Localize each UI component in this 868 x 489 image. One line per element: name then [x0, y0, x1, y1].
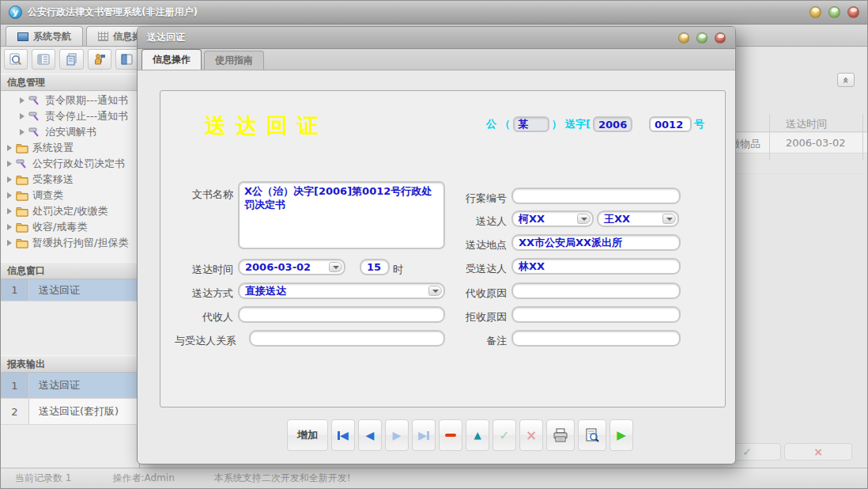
doc-number-serial-input[interactable]: 0012 [649, 116, 692, 132]
list-view-button[interactable] [32, 49, 55, 70]
report-empty-area [1, 425, 139, 468]
delivery-hour-input[interactable]: 15 [360, 259, 390, 275]
place-input[interactable]: XX市公安局XX派出所 [511, 234, 681, 251]
maximize-icon[interactable] [828, 6, 840, 18]
tree-item-label: 收容/戒毒类 [32, 220, 87, 234]
post-record-button[interactable]: ✓ [492, 419, 516, 451]
expand-arrow-icon[interactable] [7, 192, 12, 199]
chevron-down-icon[interactable] [662, 214, 676, 224]
dialog-minimize-icon[interactable] [678, 32, 689, 44]
dialog-toolbar: 增加 ◀ ◀ ▶ ▶ ▲ ✓ × [138, 407, 735, 464]
report-item-1[interactable]: 1 送达回证 [1, 373, 139, 399]
run-button[interactable]: ▶ [609, 419, 633, 451]
tree-item-security-mediation[interactable]: 治安调解书 [1, 124, 139, 140]
dialog-tab-user-guide[interactable]: 使用指南 [204, 51, 264, 70]
expand-arrow-icon[interactable] [7, 224, 12, 230]
refuse-reason-input[interactable] [511, 306, 681, 323]
delivery-time-select[interactable]: 2006-03-02 [238, 259, 345, 275]
delete-record-button[interactable] [439, 419, 462, 451]
user-button[interactable] [88, 49, 111, 70]
list-item-label: 送达回证 [29, 378, 80, 392]
dialog-tab-info-operation[interactable]: 信息操作 [142, 49, 202, 70]
expand-arrow-icon[interactable] [7, 208, 12, 214]
add-button[interactable]: 增加 [287, 419, 328, 451]
tree-item-admin-penalty-decision[interactable]: 公安行政处罚决定书 [1, 156, 139, 172]
search-icon [9, 53, 23, 66]
status-record-count: 当前记录数 1 [1, 472, 71, 485]
case-no-input[interactable] [511, 188, 681, 204]
expand-arrow-icon[interactable] [7, 240, 12, 246]
tree-item-order-deadline-notice[interactable]: 责令限期---通知书 [1, 93, 139, 108]
expand-arrow-icon[interactable] [7, 145, 12, 151]
expand-arrow-icon[interactable] [20, 113, 25, 119]
close-icon[interactable] [847, 6, 859, 18]
edit-record-button[interactable]: ▲ [466, 419, 489, 451]
grid-divider [862, 114, 863, 160]
doc-name-textarea[interactable]: X公（治）决字[2006]第0012号行政处罚决定书 [238, 181, 445, 249]
expand-arrow-icon[interactable] [20, 97, 25, 104]
list-item-number: 1 [1, 279, 29, 301]
chevron-down-icon[interactable] [577, 214, 591, 224]
agent-input[interactable] [238, 306, 445, 323]
tree-item-suspend-detention[interactable]: 暂缓执行拘留/担保类 [1, 235, 139, 251]
add-button-label: 增加 [297, 428, 318, 442]
background-cancel-button[interactable]: × [784, 443, 852, 461]
sidebar: 信息管理 责令限期---通知书 责令停止---通知书 治安调解书 系统设 [1, 47, 140, 468]
recipient-input[interactable]: 林XX [511, 258, 681, 275]
triangle-up-icon: ▲ [474, 430, 481, 441]
tree-item-custody-detox[interactable]: 收容/戒毒类 [1, 219, 139, 235]
tree-item-label: 处罚决定/收缴类 [32, 204, 108, 218]
first-record-button[interactable]: ◀ [331, 419, 355, 451]
doc-number-year-input[interactable]: 2006 [593, 116, 632, 132]
print-preview-button[interactable] [578, 419, 606, 451]
delivery-method-select[interactable]: 直接送达 [238, 282, 445, 299]
document-button[interactable] [59, 49, 83, 70]
collapse-panel-button[interactable]: « [837, 73, 855, 87]
tree-item-label: 暂缓执行拘留/担保类 [32, 236, 128, 250]
tree-item-system-settings[interactable]: 系统设置 [1, 140, 139, 156]
tab-system-nav-label: 系统导航 [33, 30, 71, 44]
dialog-tab-label: 信息操作 [153, 53, 191, 66]
delivery-time-value: 2006-03-02 [245, 261, 311, 273]
remark-input[interactable] [511, 330, 681, 347]
agent-reason-input[interactable] [511, 282, 681, 299]
info-window-item-1[interactable]: 1 送达回证 [1, 279, 139, 301]
chevron-down-icon[interactable] [329, 262, 342, 272]
server2-select[interactable]: 王XX [597, 210, 679, 227]
cancel-record-button[interactable]: × [519, 419, 543, 451]
printer-icon [553, 428, 568, 442]
dialog-close-icon[interactable] [715, 32, 726, 44]
chevron-down-icon[interactable] [428, 286, 442, 296]
tab-system-nav[interactable]: 系统导航 [6, 26, 83, 46]
expand-arrow-icon[interactable] [20, 129, 25, 135]
expand-arrow-icon[interactable] [7, 176, 12, 183]
dialog-maximize-icon[interactable] [696, 32, 708, 44]
doc-number-suffix: 号 [694, 117, 704, 131]
delivery-receipt-dialog: 送达回证 信息操作 使用指南 送达回证 公 （ 某 ） 送字[ 2006 00 [137, 26, 736, 464]
tree-item-investigation[interactable]: 调查类 [1, 188, 139, 203]
check-icon: ✓ [499, 428, 509, 443]
grid-data-row[interactable]: 缴物品 2006-03-02 1 [728, 133, 867, 154]
system-nav-icon [17, 32, 28, 41]
panel-button[interactable] [115, 49, 139, 70]
server1-select[interactable]: 柯XX [511, 210, 594, 227]
next-record-icon: ▶ [393, 429, 402, 442]
report-item-2[interactable]: 2 送达回证(套打版) [1, 399, 139, 425]
tree-item-penalty-collection[interactable]: 处罚决定/收缴类 [1, 203, 139, 219]
doc-number-org-input[interactable]: 某 [513, 116, 549, 132]
list-item-number: 1 [1, 373, 29, 398]
next-record-button[interactable]: ▶ [385, 419, 409, 451]
prev-record-button[interactable]: ◀ [358, 419, 382, 451]
relation-input[interactable] [249, 330, 445, 347]
tree-item-order-stop-notice[interactable]: 责令停止---通知书 [1, 108, 139, 124]
expand-arrow-icon[interactable] [7, 161, 12, 167]
search-button[interactable] [4, 49, 28, 70]
last-record-button[interactable]: ▶ [412, 419, 436, 451]
tree-item-case-transfer[interactable]: 受案移送 [1, 172, 139, 188]
hour-unit-label: 时 [393, 263, 403, 277]
minimize-icon[interactable] [810, 6, 821, 18]
delivery-time-label: 送达时间 [175, 263, 233, 277]
print-button[interactable] [546, 419, 575, 451]
grid-divider [769, 114, 770, 160]
relation-label: 与受达人关系 [175, 334, 236, 348]
